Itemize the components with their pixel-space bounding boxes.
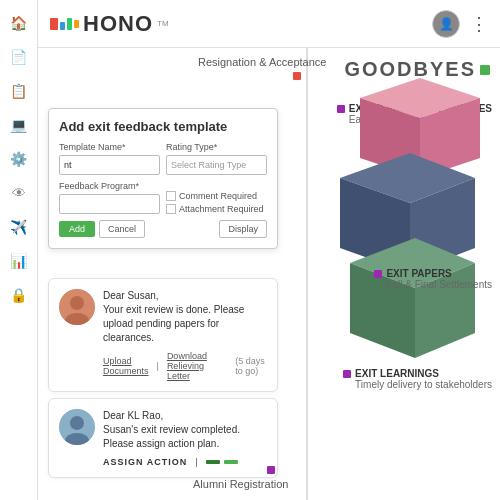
header-right: 👤 ⋮: [432, 10, 488, 38]
main-content: GOODBYES Resignation & Acceptance EXIT F…: [38, 48, 500, 500]
progress-bar-1: [206, 460, 220, 464]
progress-bars: [206, 460, 238, 464]
feedback-program-label: Feedback Program*: [59, 181, 160, 191]
svg-point-10: [70, 296, 84, 310]
logo-tm: TM: [157, 19, 169, 28]
sidebar-item-desktop[interactable]: 💻: [4, 110, 34, 140]
feedback-program-input[interactable]: [59, 194, 160, 214]
cancel-button[interactable]: Cancel: [99, 220, 145, 238]
header-menu-button[interactable]: ⋮: [470, 13, 488, 35]
days-indicator: (5 days to go): [235, 356, 267, 376]
comment-required-label: Comment Required: [179, 191, 257, 201]
download-relieving-letter-link[interactable]: Download Relieving Letter: [167, 351, 227, 381]
klrao-avatar: [59, 409, 95, 445]
upload-documents-link[interactable]: Upload Documents: [103, 356, 149, 376]
klrao-message-text: Dear KL Rao, Susan's exit review complet…: [103, 409, 267, 451]
message-card-susan: Dear Susan, Your exit review is done. Pl…: [48, 278, 278, 392]
sidebar-item-send[interactable]: ✈️: [4, 212, 34, 242]
form-title: Add exit feedback template: [59, 119, 267, 134]
attachment-required-checkbox-row: Attachment Required: [166, 204, 267, 214]
exit-learnings-title: EXIT LEARNINGS: [355, 368, 439, 379]
exit-papers-label: EXIT PAPERS Full & Final Settlements: [374, 268, 492, 290]
display-button[interactable]: Display: [219, 220, 267, 238]
attachment-required-label: Attachment Required: [179, 204, 264, 214]
feedback-form: Add exit feedback template Template Name…: [48, 108, 278, 249]
sidebar-item-view[interactable]: 👁: [4, 178, 34, 208]
sidebar-item-settings[interactable]: ⚙️: [4, 144, 34, 174]
sidebar-item-reports[interactable]: 📊: [4, 246, 34, 276]
exit-papers-subtitle: Full & Final Settlements: [386, 279, 492, 290]
rating-type-label: Rating Type*: [166, 142, 267, 152]
sidebar-item-tasks[interactable]: 📋: [4, 76, 34, 106]
logo-text: HONO: [83, 11, 153, 37]
svg-point-13: [70, 416, 84, 430]
susan-message-content: Dear Susan, Your exit review is done. Pl…: [103, 289, 267, 381]
header: HONOTM 👤 ⋮: [38, 0, 500, 48]
logo: HONOTM: [50, 11, 169, 37]
exit-papers-title: EXIT PAPERS: [386, 268, 451, 279]
susan-avatar: [59, 289, 95, 325]
cubes-illustration: [300, 68, 500, 448]
exit-learnings-subtitle: Timely delivery to stakeholders: [355, 379, 492, 390]
rating-type-select[interactable]: Select Rating Type: [166, 155, 267, 175]
template-name-input[interactable]: [59, 155, 160, 175]
exit-learnings-label: EXIT LEARNINGS Timely delivery to stakeh…: [343, 368, 492, 390]
susan-message-text: Dear Susan, Your exit review is done. Pl…: [103, 289, 267, 345]
separator: |: [157, 361, 159, 371]
comment-required-checkbox[interactable]: [166, 191, 176, 201]
template-name-label: Template Name*: [59, 142, 160, 152]
exit-learnings-dot: [343, 370, 351, 378]
klrao-message-content: Dear KL Rao, Susan's exit review complet…: [103, 409, 267, 467]
logo-icon: [50, 18, 79, 30]
susan-message-actions: Upload Documents | Download Relieving Le…: [103, 351, 267, 381]
progress-bar-2: [224, 460, 238, 464]
comment-required-checkbox-row: Comment Required: [166, 191, 267, 201]
form-buttons: Add Cancel Display: [59, 220, 267, 238]
user-avatar[interactable]: 👤: [432, 10, 460, 38]
timeline-bottom-label: Alumni Registration: [193, 466, 288, 490]
assign-action-button[interactable]: ASSIGN ACTION: [103, 457, 187, 467]
sidebar: 🏠 📄 📋 💻 ⚙️ 👁 ✈️ 📊 🔒: [0, 0, 38, 500]
exit-papers-dot: [374, 270, 382, 278]
add-button[interactable]: Add: [59, 221, 95, 237]
sidebar-item-home[interactable]: 🏠: [4, 8, 34, 38]
sidebar-item-documents[interactable]: 📄: [4, 42, 34, 72]
attachment-required-checkbox[interactable]: [166, 204, 176, 214]
sidebar-item-lock[interactable]: 🔒: [4, 280, 34, 310]
